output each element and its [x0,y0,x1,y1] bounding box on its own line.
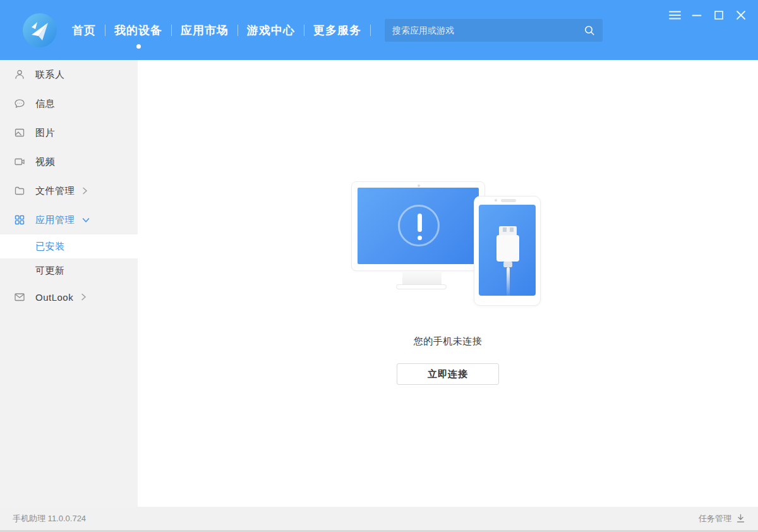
sidebar-item-videos[interactable]: 视频 [0,147,138,176]
sidebar-item-label: 视频 [35,156,55,168]
usb-cable [507,267,510,298]
phone-camera-dot [495,199,497,202]
nav-game-center[interactable]: 游戏中心 [238,23,304,38]
nav-more-services-label: 更多服务 [313,24,361,37]
sidebar-item-label: 信息 [35,98,55,110]
monitor-stand-base [396,284,447,289]
pictures-icon [14,127,25,138]
sidebar-item-outlook[interactable]: OutLook [0,282,138,311]
search-input[interactable] [392,25,584,35]
main-content: 您的手机未连接 立即连接 [138,60,758,507]
nav-game-center-label: 游戏中心 [247,24,295,37]
chevron-right-icon [81,293,87,301]
maximize-icon[interactable] [712,8,726,22]
apps-icon [14,214,25,226]
sidebar-item-label: 文件管理 [35,185,75,197]
window-controls [668,8,748,22]
sidebar-item-label: 应用管理 [35,214,75,226]
menu-icon[interactable] [668,8,682,22]
contacts-icon [14,69,25,80]
nav-home[interactable]: 首页 [63,23,105,38]
phone-assistant-window: 首页 我的设备 应用市场 游戏中心 更多服务 [0,0,758,532]
task-manager-button[interactable]: 任务管理 [699,513,745,524]
chevron-down-icon [82,217,90,223]
sidebar-subitem-installed[interactable]: 已安装 [0,234,138,258]
header: 首页 我的设备 应用市场 游戏中心 更多服务 [0,0,758,60]
download-icon [736,514,745,523]
nav-app-market[interactable]: 应用市场 [172,23,238,38]
usb-connector-body [496,235,519,262]
folder-icon [14,185,25,196]
app-version-text: 手机助理 11.0.0.724 [13,513,86,524]
nav-my-devices[interactable]: 我的设备 [105,23,171,38]
sidebar-item-label: 图片 [35,127,55,139]
task-manager-label: 任务管理 [699,513,731,524]
status-bar: 手机助理 11.0.0.724 任务管理 [0,507,758,532]
search-box [385,19,603,42]
sidebar-item-file-manager[interactable]: 文件管理 [0,176,138,205]
sidebar-item-label: 联系人 [35,69,65,81]
chevron-right-icon [82,187,88,195]
nav-separator [370,25,371,36]
minimize-icon[interactable] [690,8,704,22]
sidebar-item-label: OutLook [35,292,73,303]
app-logo-icon[interactable] [23,13,57,47]
sidebar-subitem-updatable[interactable]: 可更新 [0,258,138,282]
usb-pin [510,227,514,232]
nav-more-services[interactable]: 更多服务 [304,23,370,38]
sidebar-subitem-label: 已安装 [35,241,65,253]
sidebar-item-pictures[interactable]: 图片 [0,118,138,147]
disconnected-status-text: 您的手机未连接 [138,336,758,348]
sidebar-item-app-manager[interactable]: 应用管理 [0,205,138,234]
videos-icon [14,156,25,167]
monitor-stand-neck [402,271,442,286]
active-nav-dot [136,44,141,49]
main-nav: 首页 我的设备 应用市场 游戏中心 更多服务 [63,23,371,38]
monitor-camera-dot [418,184,420,187]
nav-home-label: 首页 [72,24,96,37]
nav-my-devices-label: 我的设备 [114,24,162,37]
nav-app-market-label: 应用市场 [181,24,229,37]
sidebar-subitem-label: 可更新 [35,265,65,277]
connect-now-button[interactable]: 立即连接 [397,363,499,385]
usb-connector-neck [503,262,512,267]
close-icon[interactable] [734,8,748,22]
exclamation-mark [418,214,422,232]
sidebar-item-messages[interactable]: 信息 [0,89,138,118]
phone-speaker-pill [501,199,516,202]
search-icon[interactable] [584,25,595,36]
messages-icon [14,98,25,109]
sidebar-item-contacts[interactable]: 联系人 [0,60,138,89]
usb-pin [503,227,507,232]
exclamation-dot [418,236,422,240]
sidebar: 联系人 信息 图片 [0,60,138,507]
mail-icon [14,291,25,303]
